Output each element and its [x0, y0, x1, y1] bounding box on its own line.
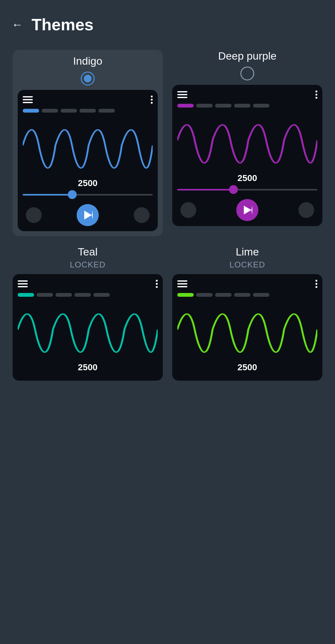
waveform-lime	[177, 301, 317, 358]
theme-name-lime: Lime	[236, 246, 259, 258]
waveform-deep-purple	[177, 112, 317, 169]
play-btn-deep-purple[interactable]	[236, 199, 258, 221]
slider-indigo[interactable]	[23, 191, 153, 198]
ctrl-next-deep-purple[interactable]	[298, 202, 314, 218]
waveform-teal	[18, 301, 158, 358]
back-button[interactable]: ←	[9, 17, 25, 32]
freq-indicator-lime	[177, 293, 317, 297]
preview-phone-deep-purple: 2500	[172, 85, 322, 226]
menu-icon-teal	[18, 280, 28, 287]
ctrl-prev-deep-purple[interactable]	[180, 202, 196, 218]
freq-indicator-teal	[18, 293, 158, 297]
menu-icon-deep-purple	[177, 91, 187, 98]
freq-value-indigo: 2500	[23, 178, 153, 188]
dots-icon-lime	[315, 280, 317, 288]
freq-indicator-deep-purple	[177, 104, 317, 108]
theme-card-lime[interactable]: Lime LOCKED	[172, 246, 322, 381]
header: ← Themes	[0, 0, 335, 44]
theme-name-teal: Teal	[78, 246, 97, 258]
preview-phone-indigo: 2500	[18, 90, 158, 231]
play-btn-indigo[interactable]	[77, 204, 99, 226]
theme-locked-teal: LOCKED	[70, 260, 106, 270]
theme-card-deep-purple[interactable]: Deep purple	[172, 50, 322, 236]
ctrl-next-indigo[interactable]	[134, 207, 150, 223]
freq-value-teal: 2500	[18, 362, 158, 372]
menu-icon-indigo	[23, 96, 33, 103]
radio-indigo[interactable]	[81, 72, 95, 85]
play-icon-deep-purple	[244, 206, 252, 214]
themes-grid: Indigo 250	[0, 44, 335, 393]
freq-value-lime: 2500	[177, 362, 317, 372]
theme-card-indigo[interactable]: Indigo 250	[13, 50, 163, 236]
waveform-indigo	[23, 117, 153, 174]
ctrl-prev-indigo[interactable]	[26, 207, 42, 223]
theme-name-deep-purple: Deep purple	[218, 50, 276, 62]
theme-card-teal[interactable]: Teal LOCKED	[13, 246, 163, 381]
preview-phone-lime: 2500	[172, 274, 322, 381]
freq-value-deep-purple: 2500	[177, 173, 317, 183]
dots-icon-indigo	[151, 96, 153, 104]
theme-name-indigo: Indigo	[73, 55, 103, 67]
preview-phone-teal: 2500	[13, 274, 163, 381]
page-title: Themes	[32, 15, 94, 34]
play-icon-indigo	[84, 211, 93, 220]
freq-indicator-indigo	[23, 109, 153, 113]
dots-icon-teal	[156, 280, 158, 288]
radio-deep-purple[interactable]	[240, 67, 254, 80]
menu-icon-lime	[177, 280, 187, 287]
dots-icon-deep-purple	[315, 91, 317, 99]
theme-locked-lime: LOCKED	[230, 260, 265, 270]
slider-deep-purple[interactable]	[177, 186, 317, 193]
